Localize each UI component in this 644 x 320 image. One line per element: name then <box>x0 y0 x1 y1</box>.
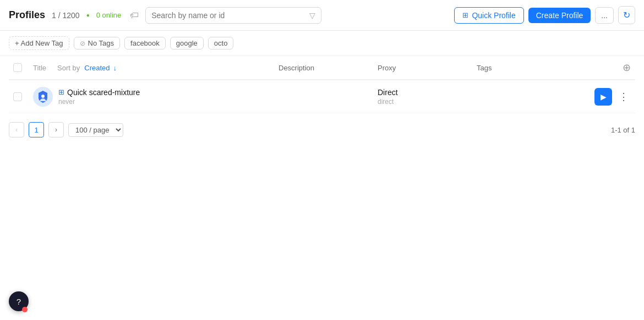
sort-arrow-icon: ↓ <box>113 64 117 72</box>
tag-icon[interactable]: 🏷 <box>130 10 139 20</box>
refresh-icon: ↻ <box>623 10 630 20</box>
add-column-cell: ⊕ <box>587 62 631 74</box>
tag-google[interactable]: google <box>170 37 204 49</box>
profile-cell: ⊞ Quick scared-mixture never <box>33 87 279 107</box>
table-header: Title Sort by Created ↓ Description Prox… <box>9 56 635 80</box>
tags-bar: + Add New Tag ⊘ No Tags facebook google … <box>0 31 644 56</box>
next-icon: › <box>55 126 57 134</box>
tag-no-tags-label: No Tags <box>88 39 114 47</box>
quick-profile-button[interactable]: ⊞ Quick Profile <box>454 7 523 24</box>
search-input[interactable] <box>151 11 305 20</box>
add-tag-button[interactable]: + Add New Tag <box>9 36 69 50</box>
sort-field-label: Created <box>84 64 110 72</box>
tag-no-tags[interactable]: ⊘ No Tags <box>74 37 120 49</box>
tag-octo[interactable]: octo <box>208 37 234 49</box>
create-profile-label: Create Profile <box>536 11 583 20</box>
tags-column-header: Tags <box>477 64 587 72</box>
profile-name-cell: ⊞ Quick scared-mixture <box>58 88 140 97</box>
table-row: ⊞ Quick scared-mixture never Direct dire… <box>9 80 635 113</box>
select-all-checkbox[interactable] <box>13 63 33 72</box>
tag-facebook-label: facebook <box>130 39 160 47</box>
profile-subtitle: never <box>58 98 140 106</box>
add-column-button[interactable]: ⊕ <box>623 62 631 74</box>
header: Profiles 1 / 1200 ● 0 online 🏷 ▽ ⊞ Quick… <box>0 0 644 31</box>
profile-count: 1 / 1200 <box>52 11 80 20</box>
eye-slash-icon: ⊘ <box>80 40 85 47</box>
refresh-button[interactable]: ↻ <box>618 6 635 24</box>
play-button[interactable]: ▶ <box>594 88 612 106</box>
page-title: Profiles <box>9 9 45 21</box>
proxy-column-header: Proxy <box>378 64 477 72</box>
windows-icon: ⊞ <box>462 11 468 19</box>
profile-name: Quick scared-mixture <box>67 88 140 97</box>
avatar <box>33 87 53 107</box>
sort-by-label: Sort by <box>57 64 80 72</box>
next-page-button[interactable]: › <box>48 122 64 137</box>
online-count: 0 online <box>96 11 122 19</box>
page-size-select[interactable]: 100 / page 50 / page 20 / page <box>68 123 123 137</box>
tag-octo-label: octo <box>214 39 228 47</box>
profiles-table: Title Sort by Created ↓ Description Prox… <box>0 56 644 113</box>
row-checkbox[interactable] <box>13 92 33 101</box>
tag-facebook[interactable]: facebook <box>124 37 166 49</box>
title-label: Title <box>33 64 46 72</box>
header-actions: ⊞ Quick Profile Create Profile ... ↻ <box>454 6 635 24</box>
title-column-header[interactable]: Title Sort by Created ↓ <box>33 64 279 72</box>
search-box: ▽ <box>145 7 321 24</box>
page-total: 1-1 of 1 <box>611 126 635 134</box>
prev-icon: ‹ <box>15 126 18 134</box>
avatar-svg <box>33 87 53 107</box>
proxy-label: Proxy <box>378 64 396 72</box>
add-tag-label: + Add New Tag <box>15 39 63 47</box>
profile-info: ⊞ Quick scared-mixture never <box>58 88 140 106</box>
quick-profile-label: Quick Profile <box>472 11 515 20</box>
current-page[interactable]: 1 <box>29 122 44 137</box>
prev-page-button[interactable]: ‹ <box>9 122 24 137</box>
row-more-button[interactable]: ⋮ <box>616 90 631 104</box>
proxy-type: Direct <box>378 88 477 97</box>
description-column-header: Description <box>279 64 378 72</box>
description-label: Description <box>279 64 314 72</box>
create-profile-button[interactable]: Create Profile <box>528 8 591 23</box>
proxy-cell: Direct direct <box>378 88 477 106</box>
filter-icon[interactable]: ▽ <box>309 11 315 20</box>
windows-os-icon: ⊞ <box>58 88 64 96</box>
row-actions: ▶ ⋮ <box>587 88 631 106</box>
proxy-sub: direct <box>378 98 477 106</box>
more-button[interactable]: ... <box>595 7 614 24</box>
tag-google-label: google <box>176 39 198 47</box>
tags-label: Tags <box>477 64 492 72</box>
pagination: ‹ 1 › 100 / page 50 / page 20 / page 1-1… <box>0 113 644 146</box>
svg-point-1 <box>41 95 45 98</box>
